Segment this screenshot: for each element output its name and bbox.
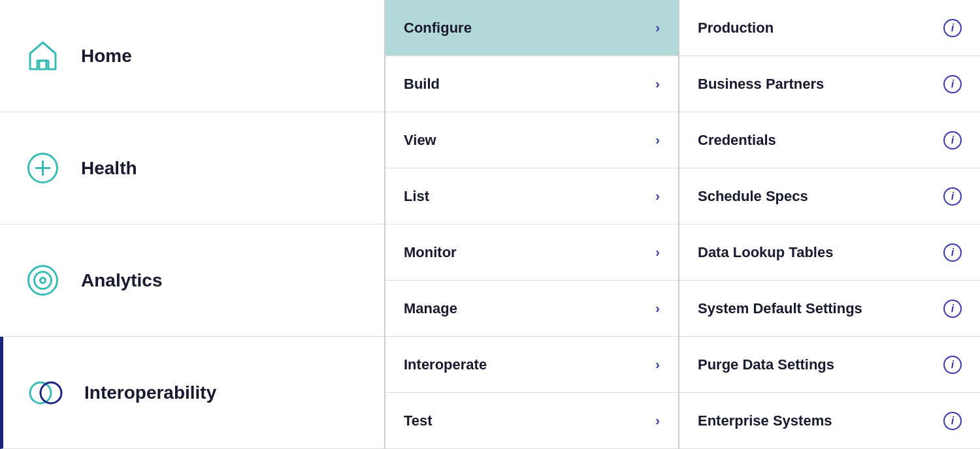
menu-test-label: Test	[404, 412, 433, 429]
analytics-icon	[20, 258, 65, 303]
info-icon-schedule-specs[interactable]: i	[943, 187, 962, 206]
sub-label-business-partners: Business Partners	[698, 76, 824, 93]
sub-label-purge-data-settings: Purge Data Settings	[698, 356, 834, 373]
sidebar-item-home-label: Home	[81, 46, 132, 67]
sub-label-production: Production	[698, 20, 774, 37]
chevron-list: ›	[655, 189, 660, 204]
right-item-schedule-specs[interactable]: Schedule Specs i	[679, 168, 980, 225]
info-icon-system-default-settings[interactable]: i	[943, 300, 962, 318]
menu-build-label: Build	[404, 76, 440, 93]
middle-column: Configure › Build › View › List › Monito…	[385, 0, 679, 449]
menu-list-label: List	[404, 188, 429, 205]
right-item-purge-data-settings[interactable]: Purge Data Settings i	[679, 337, 980, 393]
chevron-configure: ›	[655, 20, 660, 35]
menu-item-test[interactable]: Test ›	[385, 393, 678, 449]
info-icon-data-lookup-tables[interactable]: i	[943, 243, 962, 262]
menu-monitor-label: Monitor	[404, 244, 457, 261]
svg-rect-0	[39, 61, 46, 69]
sidebar-item-analytics-label: Analytics	[81, 270, 163, 291]
chevron-interoperate: ›	[655, 357, 660, 372]
info-icon-enterprise-systems[interactable]: i	[943, 412, 962, 430]
chevron-monitor: ›	[655, 245, 660, 260]
menu-item-build[interactable]: Build ›	[385, 56, 678, 112]
sub-label-credentials: Credentials	[698, 132, 776, 149]
sub-label-schedule-specs: Schedule Specs	[698, 188, 808, 205]
menu-item-configure[interactable]: Configure ›	[385, 0, 678, 56]
right-column: Production i Business Partners i Credent…	[679, 0, 980, 449]
sidebar-item-home[interactable]: Home	[0, 0, 384, 112]
menu-manage-label: Manage	[404, 300, 457, 317]
sidebar-item-analytics[interactable]: Analytics	[0, 225, 384, 337]
menu-item-interoperate[interactable]: Interoperate ›	[385, 337, 678, 393]
right-item-business-partners[interactable]: Business Partners i	[679, 56, 980, 112]
menu-configure-label: Configure	[404, 20, 472, 37]
menu-item-view[interactable]: View ›	[385, 112, 678, 168]
right-item-enterprise-systems[interactable]: Enterprise Systems i	[679, 393, 980, 449]
chevron-view: ›	[655, 132, 660, 147]
chevron-manage: ›	[655, 301, 660, 316]
sidebar-item-health-label: Health	[81, 158, 137, 179]
menu-item-list[interactable]: List ›	[385, 168, 678, 225]
right-item-data-lookup-tables[interactable]: Data Lookup Tables i	[679, 225, 980, 281]
menu-item-manage[interactable]: Manage ›	[385, 281, 678, 337]
info-icon-production[interactable]: i	[943, 19, 962, 37]
sub-label-system-default-settings: System Default Settings	[698, 300, 862, 317]
chevron-build: ›	[655, 76, 660, 91]
interop-icon	[23, 370, 69, 416]
svg-point-4	[28, 266, 57, 295]
menu-interoperate-label: Interoperate	[404, 356, 487, 373]
svg-point-6	[40, 278, 45, 283]
right-item-credentials[interactable]: Credentials i	[679, 112, 980, 168]
health-icon	[20, 146, 65, 191]
main-container: Home Health Analytics	[0, 0, 980, 449]
sidebar-item-interop-label: Interoperability	[84, 382, 216, 403]
svg-point-5	[34, 272, 51, 289]
menu-item-monitor[interactable]: Monitor ›	[385, 225, 678, 281]
info-icon-purge-data-settings[interactable]: i	[943, 356, 962, 374]
right-item-system-default-settings[interactable]: System Default Settings i	[679, 281, 980, 337]
chevron-test: ›	[655, 413, 660, 428]
sidebar: Home Health Analytics	[0, 0, 385, 449]
info-icon-credentials[interactable]: i	[943, 131, 962, 149]
home-icon	[20, 33, 65, 79]
menu-view-label: View	[404, 132, 436, 149]
sub-label-enterprise-systems: Enterprise Systems	[698, 412, 832, 429]
sidebar-item-health[interactable]: Health	[0, 112, 384, 225]
right-item-production[interactable]: Production i	[679, 0, 980, 56]
sidebar-item-interoperability[interactable]: Interoperability	[0, 337, 384, 449]
info-icon-business-partners[interactable]: i	[943, 75, 962, 93]
sub-label-data-lookup-tables: Data Lookup Tables	[698, 244, 833, 261]
